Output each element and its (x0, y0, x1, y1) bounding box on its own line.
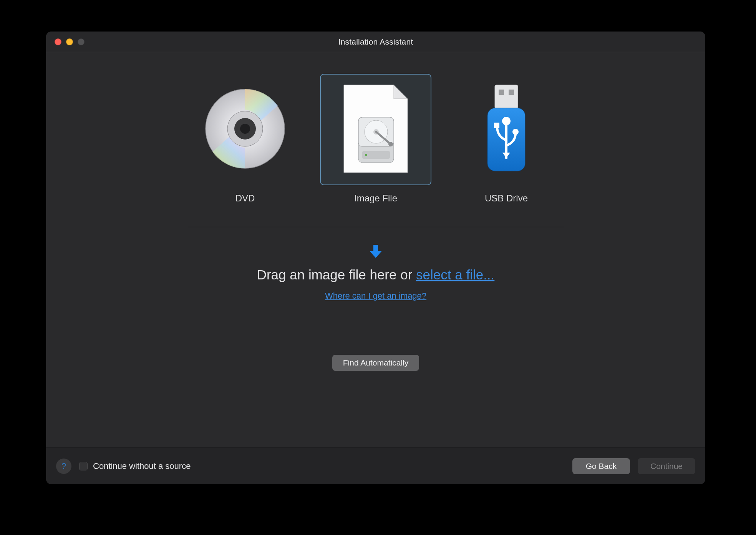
footer: ? Continue without a source Go Back Cont… (46, 447, 705, 484)
svg-point-10 (365, 154, 367, 156)
window: Installation Assistant (46, 32, 705, 484)
source-label-dvd: DVD (235, 193, 255, 204)
continue-button: Continue (638, 458, 695, 474)
select-file-link[interactable]: select a file... (416, 267, 494, 282)
image-file-icon (339, 83, 412, 176)
find-automatically-button[interactable]: Find Automatically (332, 355, 419, 371)
minimize-window-button[interactable] (66, 38, 73, 45)
svg-rect-13 (509, 90, 514, 95)
source-tile-image-file (320, 74, 431, 185)
go-back-button[interactable]: Go Back (572, 458, 630, 474)
svg-rect-17 (494, 123, 499, 128)
svg-rect-12 (499, 90, 504, 95)
source-tile-dvd (189, 74, 301, 185)
drop-area[interactable]: Drag an image file here or select a file… (257, 243, 495, 301)
svg-point-8 (388, 142, 393, 146)
source-tile-usb-drive (451, 74, 562, 185)
continue-without-source-label: Continue without a source (93, 461, 191, 471)
source-option-dvd[interactable]: DVD (189, 74, 301, 204)
source-option-usb-drive[interactable]: USB Drive (451, 74, 562, 204)
drag-prompt-text: Drag an image file here or (257, 267, 416, 282)
source-option-image-file[interactable]: Image File (320, 74, 431, 204)
usb-drive-icon (481, 83, 531, 176)
zoom-window-button[interactable] (78, 38, 85, 45)
source-picker: DVD (189, 74, 562, 204)
drag-prompt: Drag an image file here or select a file… (257, 267, 495, 282)
source-label-image-file: Image File (354, 193, 397, 204)
svg-point-16 (503, 118, 509, 124)
help-button[interactable]: ? (56, 459, 71, 474)
divider (188, 227, 564, 227)
help-icon: ? (61, 461, 66, 471)
continue-without-source-checkbox[interactable] (79, 462, 88, 470)
content: DVD (46, 52, 705, 447)
window-title: Installation Assistant (46, 37, 705, 47)
continue-without-source-row[interactable]: Continue without a source (79, 461, 191, 471)
where-get-image-link[interactable]: Where can I get an image? (325, 291, 426, 301)
source-label-usb-drive: USB Drive (485, 193, 528, 204)
window-controls (55, 38, 85, 45)
arrow-down-icon (368, 243, 384, 261)
close-window-button[interactable] (55, 38, 61, 45)
svg-point-3 (240, 124, 250, 134)
titlebar: Installation Assistant (46, 32, 705, 52)
svg-point-18 (512, 129, 519, 135)
svg-rect-11 (495, 85, 518, 109)
dvd-icon (203, 86, 287, 173)
